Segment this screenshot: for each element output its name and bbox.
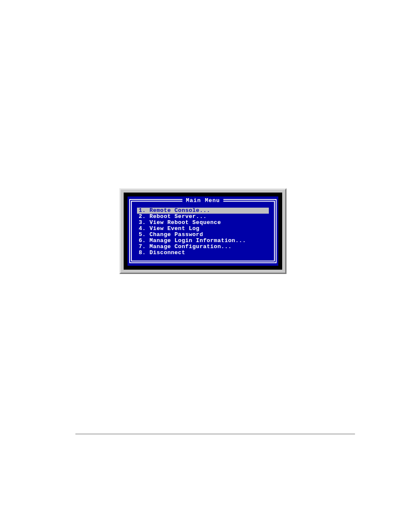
- menu-item-manage-login-information[interactable]: 6. Manage Login Information...: [137, 238, 269, 244]
- menu-item-num: 6.: [139, 237, 146, 244]
- page-divider: [75, 434, 355, 434]
- menu-item-num: 3.: [139, 219, 146, 226]
- menu-item-reboot-server[interactable]: 2. Reboot Server...: [137, 214, 269, 220]
- menu-item-label: View Reboot Sequence: [149, 219, 221, 226]
- menu-item-label: Disconnect: [149, 249, 185, 256]
- menu-item-manage-configuration[interactable]: 7. Manage Configuration...: [137, 244, 269, 250]
- menu-item-num: 1.: [139, 207, 146, 214]
- menu-item-label: Manage Configuration...: [149, 243, 232, 250]
- menu-item-disconnect[interactable]: 8. Disconnect: [137, 250, 269, 256]
- menu-item-label: Remote Console...: [149, 207, 210, 214]
- terminal-window: Main Menu 1. Remote Console... 2. Reboot…: [119, 188, 286, 274]
- menu-item-label: Manage Login Information...: [149, 237, 246, 244]
- menu-item-remote-console[interactable]: 1. Remote Console...: [137, 208, 269, 214]
- menu-item-num: 4.: [139, 225, 146, 232]
- terminal-menu: 1. Remote Console... 2. Reboot Server...…: [137, 208, 269, 256]
- menu-item-num: 7.: [139, 243, 146, 250]
- menu-item-label: View Event Log: [149, 225, 199, 232]
- terminal-black-frame: Main Menu 1. Remote Console... 2. Reboot…: [124, 193, 282, 270]
- terminal-title: Main Menu: [182, 198, 223, 204]
- menu-item-num: 8.: [139, 249, 146, 256]
- menu-item-label: Change Password: [149, 231, 203, 238]
- menu-item-label: Reboot Server...: [149, 213, 207, 220]
- menu-item-change-password[interactable]: 5. Change Password: [137, 232, 269, 238]
- menu-item-num: 5.: [139, 231, 146, 238]
- page-root: Main Menu 1. Remote Console... 2. Reboot…: [0, 0, 411, 532]
- terminal-blue-panel: Main Menu 1. Remote Console... 2. Reboot…: [128, 196, 278, 266]
- menu-item-view-event-log[interactable]: 4. View Event Log: [137, 226, 269, 232]
- menu-item-view-reboot-sequence[interactable]: 3. View Reboot Sequence: [137, 220, 269, 226]
- menu-item-num: 2.: [139, 213, 146, 220]
